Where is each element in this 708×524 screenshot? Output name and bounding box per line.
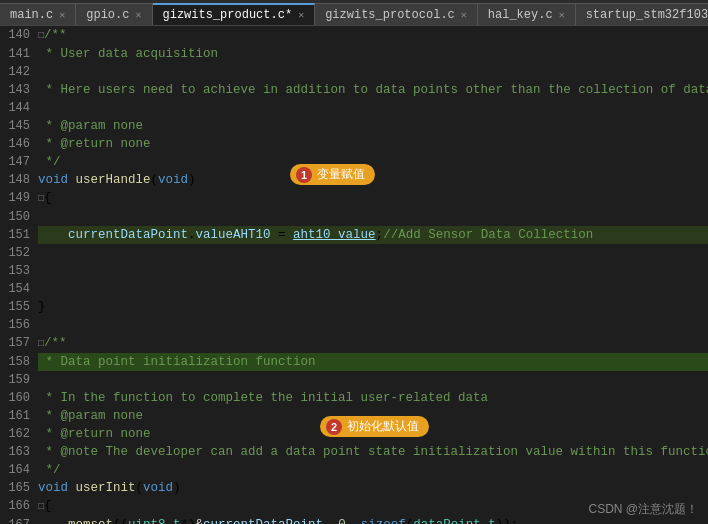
table-row: 159 — [0, 371, 708, 389]
tab-label: gizwits_protocol.c — [325, 8, 455, 22]
close-icon[interactable]: ✕ — [559, 9, 565, 21]
table-row: 160 * In the function to complete the in… — [0, 389, 708, 407]
table-row: 166□{ — [0, 497, 708, 516]
table-row: 154 — [0, 280, 708, 298]
annotation-bubble-2: 2 初始化默认值 — [320, 416, 429, 437]
table-row: 146 * @return none — [0, 135, 708, 153]
table-row: 149□{ — [0, 189, 708, 208]
tab-gizwits-protocol-c[interactable]: gizwits_protocol.c ✕ — [315, 3, 478, 25]
bubble-text-1: 变量赋值 — [317, 166, 365, 183]
tab-hal-key-c[interactable]: hal_key.c ✕ — [478, 3, 576, 25]
tab-bar: main.c ✕ gpio.c ✕ gizwits_product.c* ✕ g… — [0, 0, 708, 26]
table-row: 141 * User data acquisition — [0, 45, 708, 63]
table-row: 156 — [0, 316, 708, 334]
tab-startup[interactable]: startup_stm32f103xe.s ✕ — [576, 3, 708, 25]
table-row: 153 — [0, 262, 708, 280]
table-row: 158 * Data point initialization function — [0, 353, 708, 371]
table-row: 145 * @param none — [0, 117, 708, 135]
table-row: 144 — [0, 99, 708, 117]
bubble-number-1: 1 — [296, 167, 312, 183]
fold-icon[interactable]: □ — [38, 193, 44, 204]
close-icon[interactable]: ✕ — [59, 9, 65, 21]
table-row: 163 * @note The developer can add a data… — [0, 443, 708, 461]
tab-gpio-c[interactable]: gpio.c ✕ — [76, 3, 152, 25]
table-row: 165void userInit(void) — [0, 479, 708, 497]
tab-label: gizwits_product.c* — [163, 8, 293, 22]
close-icon[interactable]: ✕ — [135, 9, 141, 21]
fold-icon[interactable]: □ — [38, 501, 44, 512]
tab-label: hal_key.c — [488, 8, 553, 22]
table-row: 150 — [0, 208, 708, 226]
fold-icon[interactable]: □ — [38, 338, 44, 349]
table-row: 167 memset((uint8_t*)&currentDataPoint, … — [0, 516, 708, 524]
table-row: 151 currentDataPoint.valueAHT10 = aht10_… — [0, 226, 708, 244]
table-row: 143 * Here users need to achieve in addi… — [0, 81, 708, 99]
table-row: 152 — [0, 244, 708, 262]
editor-container: main.c ✕ gpio.c ✕ gizwits_product.c* ✕ g… — [0, 0, 708, 524]
tab-label: gpio.c — [86, 8, 129, 22]
bubble-text-2: 初始化默认值 — [347, 418, 419, 435]
close-icon[interactable]: ✕ — [298, 9, 304, 21]
tab-label: main.c — [10, 8, 53, 22]
table-row: 164 */ — [0, 461, 708, 479]
tab-label: startup_stm32f103xe.s — [586, 8, 708, 22]
table-row: 142 — [0, 63, 708, 81]
tab-main-c[interactable]: main.c ✕ — [0, 3, 76, 25]
tab-gizwits-product-c[interactable]: gizwits_product.c* ✕ — [153, 3, 316, 25]
code-editor: 140□/** 141 * User data acquisition 142 … — [0, 26, 708, 524]
table-row: 140□/** — [0, 26, 708, 45]
annotation-bubble-1: 1 变量赋值 — [290, 164, 375, 185]
table-row: 157□/** — [0, 334, 708, 353]
fold-icon[interactable]: □ — [38, 30, 44, 41]
bubble-number-2: 2 — [326, 419, 342, 435]
close-icon[interactable]: ✕ — [461, 9, 467, 21]
table-row: 155} — [0, 298, 708, 316]
